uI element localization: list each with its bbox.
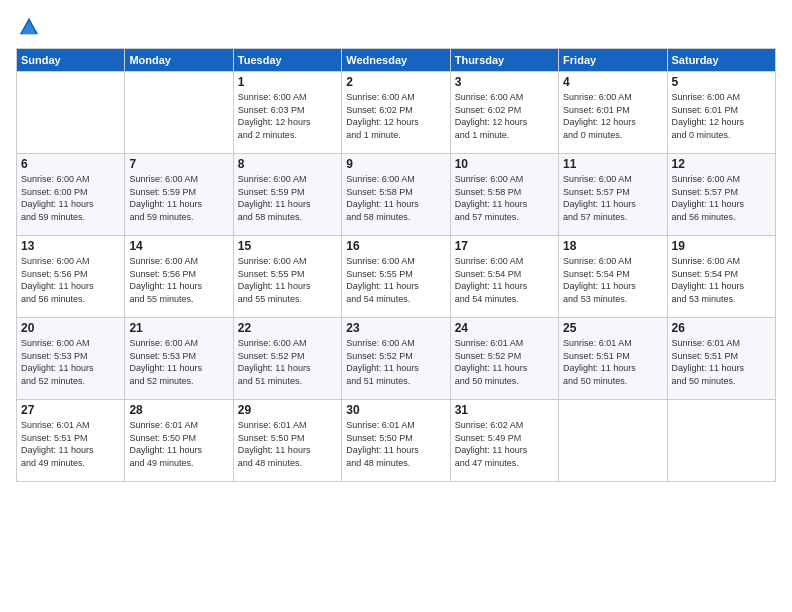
page: SundayMondayTuesdayWednesdayThursdayFrid… [0,0,792,612]
calendar-cell: 22Sunrise: 6:00 AM Sunset: 5:52 PM Dayli… [233,318,341,400]
calendar-cell: 14Sunrise: 6:00 AM Sunset: 5:56 PM Dayli… [125,236,233,318]
cell-content: Sunrise: 6:00 AM Sunset: 5:56 PM Dayligh… [129,255,228,305]
day-number: 19 [672,239,771,253]
cell-content: Sunrise: 6:00 AM Sunset: 6:03 PM Dayligh… [238,91,337,141]
calendar-cell: 7Sunrise: 6:00 AM Sunset: 5:59 PM Daylig… [125,154,233,236]
calendar-cell: 19Sunrise: 6:00 AM Sunset: 5:54 PM Dayli… [667,236,775,318]
cell-content: Sunrise: 6:00 AM Sunset: 6:01 PM Dayligh… [672,91,771,141]
weekday-sunday: Sunday [17,49,125,72]
cell-content: Sunrise: 6:00 AM Sunset: 5:59 PM Dayligh… [129,173,228,223]
header [16,16,776,38]
day-number: 20 [21,321,120,335]
cell-content: Sunrise: 6:00 AM Sunset: 5:53 PM Dayligh… [21,337,120,387]
day-number: 21 [129,321,228,335]
day-number: 27 [21,403,120,417]
weekday-saturday: Saturday [667,49,775,72]
calendar-cell: 10Sunrise: 6:00 AM Sunset: 5:58 PM Dayli… [450,154,558,236]
calendar-cell: 1Sunrise: 6:00 AM Sunset: 6:03 PM Daylig… [233,72,341,154]
calendar-cell: 5Sunrise: 6:00 AM Sunset: 6:01 PM Daylig… [667,72,775,154]
day-number: 5 [672,75,771,89]
day-number: 11 [563,157,662,171]
calendar-cell: 28Sunrise: 6:01 AM Sunset: 5:50 PM Dayli… [125,400,233,482]
weekday-header-row: SundayMondayTuesdayWednesdayThursdayFrid… [17,49,776,72]
calendar-cell: 8Sunrise: 6:00 AM Sunset: 5:59 PM Daylig… [233,154,341,236]
day-number: 3 [455,75,554,89]
calendar-cell: 27Sunrise: 6:01 AM Sunset: 5:51 PM Dayli… [17,400,125,482]
calendar-cell: 29Sunrise: 6:01 AM Sunset: 5:50 PM Dayli… [233,400,341,482]
weekday-wednesday: Wednesday [342,49,450,72]
calendar-cell: 15Sunrise: 6:00 AM Sunset: 5:55 PM Dayli… [233,236,341,318]
weekday-monday: Monday [125,49,233,72]
cell-content: Sunrise: 6:01 AM Sunset: 5:50 PM Dayligh… [346,419,445,469]
cell-content: Sunrise: 6:01 AM Sunset: 5:51 PM Dayligh… [672,337,771,387]
day-number: 13 [21,239,120,253]
day-number: 12 [672,157,771,171]
calendar-cell [559,400,667,482]
weekday-friday: Friday [559,49,667,72]
day-number: 23 [346,321,445,335]
cell-content: Sunrise: 6:00 AM Sunset: 5:57 PM Dayligh… [563,173,662,223]
cell-content: Sunrise: 6:00 AM Sunset: 6:02 PM Dayligh… [346,91,445,141]
calendar-cell [667,400,775,482]
cell-content: Sunrise: 6:02 AM Sunset: 5:49 PM Dayligh… [455,419,554,469]
week-row-3: 13Sunrise: 6:00 AM Sunset: 5:56 PM Dayli… [17,236,776,318]
day-number: 18 [563,239,662,253]
cell-content: Sunrise: 6:00 AM Sunset: 6:00 PM Dayligh… [21,173,120,223]
day-number: 30 [346,403,445,417]
calendar-cell: 2Sunrise: 6:00 AM Sunset: 6:02 PM Daylig… [342,72,450,154]
cell-content: Sunrise: 6:00 AM Sunset: 6:01 PM Dayligh… [563,91,662,141]
day-number: 1 [238,75,337,89]
day-number: 2 [346,75,445,89]
day-number: 29 [238,403,337,417]
cell-content: Sunrise: 6:00 AM Sunset: 5:55 PM Dayligh… [346,255,445,305]
cell-content: Sunrise: 6:00 AM Sunset: 5:54 PM Dayligh… [672,255,771,305]
day-number: 31 [455,403,554,417]
cell-content: Sunrise: 6:00 AM Sunset: 5:56 PM Dayligh… [21,255,120,305]
logo [16,16,44,38]
calendar-cell: 30Sunrise: 6:01 AM Sunset: 5:50 PM Dayli… [342,400,450,482]
calendar-cell: 6Sunrise: 6:00 AM Sunset: 6:00 PM Daylig… [17,154,125,236]
calendar-cell: 31Sunrise: 6:02 AM Sunset: 5:49 PM Dayli… [450,400,558,482]
day-number: 16 [346,239,445,253]
cell-content: Sunrise: 6:01 AM Sunset: 5:51 PM Dayligh… [563,337,662,387]
cell-content: Sunrise: 6:00 AM Sunset: 5:55 PM Dayligh… [238,255,337,305]
day-number: 25 [563,321,662,335]
calendar-cell: 23Sunrise: 6:00 AM Sunset: 5:52 PM Dayli… [342,318,450,400]
weekday-thursday: Thursday [450,49,558,72]
calendar-cell: 21Sunrise: 6:00 AM Sunset: 5:53 PM Dayli… [125,318,233,400]
day-number: 6 [21,157,120,171]
calendar-cell [17,72,125,154]
calendar-cell: 13Sunrise: 6:00 AM Sunset: 5:56 PM Dayli… [17,236,125,318]
calendar-cell: 11Sunrise: 6:00 AM Sunset: 5:57 PM Dayli… [559,154,667,236]
day-number: 17 [455,239,554,253]
cell-content: Sunrise: 6:01 AM Sunset: 5:51 PM Dayligh… [21,419,120,469]
cell-content: Sunrise: 6:00 AM Sunset: 5:53 PM Dayligh… [129,337,228,387]
day-number: 28 [129,403,228,417]
calendar-cell: 18Sunrise: 6:00 AM Sunset: 5:54 PM Dayli… [559,236,667,318]
cell-content: Sunrise: 6:00 AM Sunset: 5:54 PM Dayligh… [563,255,662,305]
cell-content: Sunrise: 6:00 AM Sunset: 5:57 PM Dayligh… [672,173,771,223]
cell-content: Sunrise: 6:00 AM Sunset: 5:58 PM Dayligh… [346,173,445,223]
calendar-cell [125,72,233,154]
calendar-cell: 9Sunrise: 6:00 AM Sunset: 5:58 PM Daylig… [342,154,450,236]
day-number: 10 [455,157,554,171]
calendar-cell: 20Sunrise: 6:00 AM Sunset: 5:53 PM Dayli… [17,318,125,400]
calendar-cell: 17Sunrise: 6:00 AM Sunset: 5:54 PM Dayli… [450,236,558,318]
calendar-table: SundayMondayTuesdayWednesdayThursdayFrid… [16,48,776,482]
cell-content: Sunrise: 6:00 AM Sunset: 5:58 PM Dayligh… [455,173,554,223]
day-number: 24 [455,321,554,335]
calendar-cell: 4Sunrise: 6:00 AM Sunset: 6:01 PM Daylig… [559,72,667,154]
day-number: 8 [238,157,337,171]
calendar-cell: 26Sunrise: 6:01 AM Sunset: 5:51 PM Dayli… [667,318,775,400]
day-number: 26 [672,321,771,335]
calendar-cell: 12Sunrise: 6:00 AM Sunset: 5:57 PM Dayli… [667,154,775,236]
day-number: 4 [563,75,662,89]
day-number: 14 [129,239,228,253]
cell-content: Sunrise: 6:00 AM Sunset: 5:52 PM Dayligh… [238,337,337,387]
cell-content: Sunrise: 6:00 AM Sunset: 5:54 PM Dayligh… [455,255,554,305]
calendar-cell: 24Sunrise: 6:01 AM Sunset: 5:52 PM Dayli… [450,318,558,400]
cell-content: Sunrise: 6:00 AM Sunset: 5:59 PM Dayligh… [238,173,337,223]
calendar-cell: 25Sunrise: 6:01 AM Sunset: 5:51 PM Dayli… [559,318,667,400]
calendar-cell: 3Sunrise: 6:00 AM Sunset: 6:02 PM Daylig… [450,72,558,154]
weekday-tuesday: Tuesday [233,49,341,72]
